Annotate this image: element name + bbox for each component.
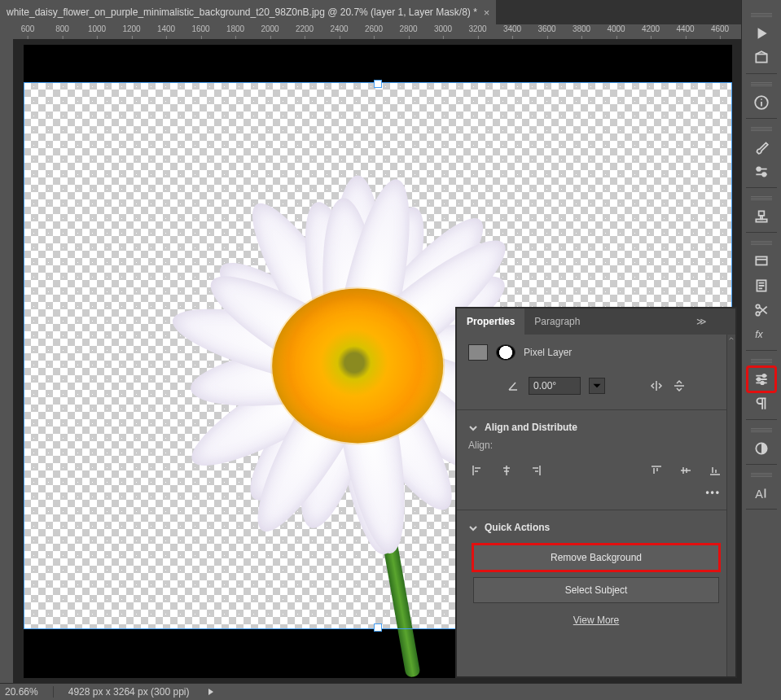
- angle-icon: [506, 378, 520, 393]
- dock-grip[interactable]: [751, 13, 772, 18]
- flip-vertical-icon[interactable]: [672, 378, 687, 393]
- ruler-tick: 3400: [503, 24, 521, 33]
- stamp-icon[interactable]: [748, 204, 775, 229]
- ruler-tick: 600: [21, 24, 35, 33]
- svg-rect-0: [756, 55, 766, 63]
- dock-grip[interactable]: [751, 241, 772, 246]
- align-label: Align:: [457, 438, 735, 457]
- properties-panel: Properties Paragraph ≫ Pixel Layer Align…: [456, 308, 736, 677]
- close-icon[interactable]: ×: [484, 7, 490, 19]
- right-dock: fxA: [741, 0, 781, 700]
- svg-point-10: [757, 378, 761, 381]
- ruler-tick: 800: [55, 24, 69, 33]
- brush-icon[interactable]: [748, 135, 775, 160]
- svg-point-6: [756, 304, 759, 308]
- section-align[interactable]: Align and Distribute: [457, 413, 735, 438]
- document-dimensions: 4928 px x 3264 px (300 ppi): [68, 686, 190, 698]
- align-top-icon[interactable]: [647, 462, 665, 479]
- svg-rect-4: [756, 256, 766, 265]
- dock-grip[interactable]: [751, 82, 772, 87]
- svg-text:fx: fx: [755, 329, 763, 340]
- play-icon[interactable]: [748, 21, 775, 46]
- ruler-tick: 2200: [296, 24, 314, 33]
- panel-collapse-icon[interactable]: ≫: [690, 308, 713, 335]
- ruler-tick: 1400: [157, 24, 175, 33]
- panel-tab-strip: Properties Paragraph ≫: [457, 308, 735, 335]
- align-more-button[interactable]: •••: [457, 483, 735, 506]
- dock-grip[interactable]: [751, 428, 772, 433]
- ruler-tick: 3200: [468, 24, 486, 33]
- svg-point-7: [756, 312, 759, 315]
- remove-background-button[interactable]: Remove Background: [473, 545, 719, 571]
- ruler-tick: 2000: [261, 24, 279, 33]
- panel-scrollbar[interactable]: [726, 335, 735, 676]
- ruler-tick: 4200: [642, 24, 660, 33]
- adjust-icon[interactable]: [748, 367, 775, 392]
- dock-grip[interactable]: [751, 127, 772, 132]
- contrast-icon[interactable]: [748, 436, 775, 461]
- align-buttons: [457, 457, 735, 483]
- document-tab-title: white_daisy_flower_on_purple_minimalisti…: [7, 7, 477, 18]
- fx-icon[interactable]: fx: [748, 322, 775, 347]
- zoom-level[interactable]: 20.66%: [5, 686, 38, 698]
- document-tab[interactable]: white_daisy_flower_on_purple_minimalisti…: [0, 0, 496, 24]
- ruler-horizontal[interactable]: 6008001000120014001600180020002200240026…: [13, 24, 742, 40]
- layer-mask-icon: [496, 344, 516, 361]
- tab-paragraph[interactable]: Paragraph: [524, 308, 590, 335]
- ruler-tick: 3600: [537, 24, 555, 33]
- panel-menu-icon[interactable]: [713, 308, 735, 335]
- svg-point-11: [761, 382, 764, 385]
- ruler-vertical[interactable]: [0, 39, 14, 684]
- sliders-h-icon[interactable]: [748, 160, 775, 184]
- character-icon[interactable]: A: [748, 481, 775, 505]
- status-menu-icon[interactable]: [208, 689, 213, 695]
- layer-type-row: Pixel Layer: [457, 335, 735, 370]
- tab-properties[interactable]: Properties: [457, 308, 524, 335]
- screens-icon[interactable]: [748, 249, 775, 273]
- scissors-icon[interactable]: [748, 298, 775, 322]
- align-bottom-icon[interactable]: [706, 462, 724, 479]
- scroll-up-icon[interactable]: [729, 336, 734, 344]
- dock-grip[interactable]: [751, 473, 772, 478]
- flip-horizontal-icon[interactable]: [649, 378, 664, 393]
- info-icon[interactable]: [748, 90, 775, 115]
- align-hcenter-icon[interactable]: [498, 462, 516, 479]
- document-tab-bar: white_daisy_flower_on_purple_minimalisti…: [0, 0, 781, 24]
- ruler-tick: 3800: [573, 24, 590, 33]
- paragraph-icon[interactable]: [748, 392, 775, 416]
- notes-icon[interactable]: [748, 273, 775, 298]
- layer-thumb-icon: [468, 344, 488, 361]
- ruler-tick: 1600: [191, 24, 209, 33]
- art-icon[interactable]: [748, 46, 775, 70]
- ruler-tick: 2400: [330, 24, 348, 33]
- ruler-tick: 1000: [88, 24, 106, 33]
- ruler-tick: 1200: [122, 24, 140, 33]
- dock-grip[interactable]: [751, 359, 772, 364]
- svg-point-2: [757, 167, 760, 170]
- svg-point-9: [763, 374, 766, 378]
- rotation-dropdown[interactable]: [589, 378, 605, 394]
- ruler-tick: 4600: [711, 24, 729, 33]
- section-quick-actions[interactable]: Quick Actions: [457, 514, 735, 538]
- svg-text:A: A: [755, 488, 763, 501]
- svg-point-3: [762, 173, 766, 176]
- layer-type-label: Pixel Layer: [524, 347, 572, 358]
- rotation-field[interactable]: [529, 377, 581, 395]
- align-vcenter-icon[interactable]: [677, 462, 695, 479]
- view-more-link[interactable]: View More: [457, 610, 735, 631]
- transform-row: [457, 370, 735, 406]
- ruler-tick: 2800: [399, 24, 417, 33]
- ruler-tick: 3000: [434, 24, 452, 33]
- dock-grip[interactable]: [751, 196, 772, 201]
- ruler-tick: 4000: [607, 24, 625, 33]
- status-bar: 20.66% 4928 px x 3264 px (300 ppi): [0, 683, 742, 700]
- ruler-tick: 1800: [226, 24, 244, 33]
- align-left-icon[interactable]: [468, 462, 486, 479]
- align-right-icon[interactable]: [527, 462, 545, 479]
- ruler-tick: 2600: [365, 24, 383, 33]
- ruler-tick: 4400: [676, 24, 694, 33]
- select-subject-button[interactable]: Select Subject: [473, 577, 719, 603]
